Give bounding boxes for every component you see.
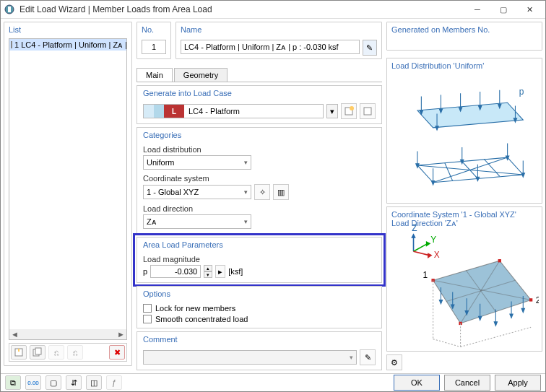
footer-icon-details[interactable]: ⧉ xyxy=(5,375,21,390)
svg-marker-39 xyxy=(476,177,479,180)
options-title: Options xyxy=(137,287,381,300)
diagram-coordinate-system: Coordinate System '1 - Global XYZ' Load … xyxy=(386,206,542,352)
area-load-parameters-panel: Area Load Parameters Load magnitude p ▴▾… xyxy=(136,237,382,283)
footer-icon-6[interactable]: ƒ xyxy=(106,375,122,390)
list-title: List xyxy=(4,22,131,35)
svg-rect-1 xyxy=(8,6,11,12)
svg-marker-58 xyxy=(529,298,532,301)
svg-line-78 xyxy=(433,339,461,347)
app-icon xyxy=(4,4,15,15)
tab-main[interactable]: Main xyxy=(136,68,173,82)
list-item-label: LC4 - Platform | Uniform | Zᴀ | p : -0.0… xyxy=(21,40,127,50)
new-icon[interactable] xyxy=(11,345,27,360)
comment-input[interactable]: ▾ xyxy=(143,350,357,365)
list-item[interactable]: 1 LC4 - Platform | Uniform | Zᴀ | p : -0… xyxy=(9,39,126,51)
param-symbol: p xyxy=(143,267,147,276)
svg-marker-75 xyxy=(521,308,524,312)
maximize-button[interactable]: ▢ xyxy=(490,1,516,18)
spin-down-icon[interactable]: ▾ xyxy=(204,271,212,278)
minimize-button[interactable]: ─ xyxy=(464,1,490,18)
dist-select[interactable]: Uniform▾ xyxy=(143,155,251,170)
footer-icon-4[interactable]: ⇵ xyxy=(66,375,82,390)
svg-marker-43 xyxy=(411,233,416,238)
coord-select[interactable]: 1 - Global XYZ▾ xyxy=(143,185,251,199)
toolbar-icon-3[interactable]: ⎌ xyxy=(48,345,64,360)
no-title: No. xyxy=(137,22,170,35)
close-button[interactable]: ✕ xyxy=(516,1,542,18)
delete-icon[interactable]: ✖ xyxy=(109,345,125,360)
coord-lib-icon[interactable]: ▥ xyxy=(273,184,289,200)
loadcase-select[interactable]: L LC4 - Platform xyxy=(143,104,324,118)
loadcase-lib-icon[interactable] xyxy=(360,103,376,119)
name-input[interactable] xyxy=(181,40,360,54)
generated-title: Generated on Members No. xyxy=(387,22,542,35)
comment-edit-icon[interactable]: ✎ xyxy=(360,349,376,365)
dir-value: Zᴀ xyxy=(147,217,157,227)
apply-button[interactable]: Apply xyxy=(495,375,541,391)
list-box[interactable]: 1 LC4 - Platform | Uniform | Zᴀ | p : -0… xyxy=(9,38,127,340)
smooth-checkbox[interactable]: Smooth concentrated load xyxy=(143,315,376,323)
svg-text:1: 1 xyxy=(423,270,428,280)
dist-value: Uniform xyxy=(147,158,175,167)
tabs: Main Geometry xyxy=(136,68,382,82)
svg-line-45 xyxy=(414,243,428,251)
svg-marker-41 xyxy=(431,181,434,185)
svg-line-79 xyxy=(461,327,532,347)
no-input[interactable] xyxy=(142,40,166,54)
loadcase-badge: L xyxy=(164,105,184,118)
svg-text:Z: Z xyxy=(412,223,417,233)
list-item-index: 1 xyxy=(14,40,19,49)
ok-button[interactable]: OK xyxy=(394,375,440,391)
svg-line-29 xyxy=(484,159,500,176)
footer-icon-5[interactable]: ◫ xyxy=(86,375,102,390)
svg-marker-37 xyxy=(521,173,524,177)
svg-marker-20 xyxy=(514,118,516,122)
smooth-label: Smooth concentrated load xyxy=(155,315,248,323)
footer-icon-units[interactable]: 0.00 xyxy=(25,375,41,390)
svg-line-48 xyxy=(414,251,430,255)
titlebar: Edit Load Wizard | Member Loads from Are… xyxy=(1,1,545,19)
svg-rect-7 xyxy=(364,108,371,115)
svg-marker-71 xyxy=(494,321,497,325)
svg-text:Y: Y xyxy=(430,235,436,245)
svg-marker-49 xyxy=(428,253,433,258)
window-title: Edit Load Wizard | Member Loads from Are… xyxy=(20,4,464,14)
svg-text:2: 2 xyxy=(536,295,539,305)
edit-name-icon[interactable]: ✎ xyxy=(363,40,377,56)
coord-new-icon[interactable]: ✧ xyxy=(254,184,270,200)
svg-point-6 xyxy=(350,106,354,110)
svg-text:X: X xyxy=(434,249,440,259)
list-scrollbar[interactable]: ◄► xyxy=(9,329,126,339)
svg-marker-63 xyxy=(439,300,442,303)
svg-rect-4 xyxy=(35,348,41,354)
magnitude-input[interactable] xyxy=(150,265,201,278)
svg-marker-8 xyxy=(417,103,523,128)
coord-value: 1 - Global XYZ xyxy=(147,188,199,196)
lock-checkbox[interactable]: Lock for new members xyxy=(143,304,376,313)
list-item-checkbox[interactable] xyxy=(11,41,12,48)
diagram-load-distribution: Load Distribution 'Uniform' xyxy=(386,58,542,204)
footer-icon-3[interactable]: ▢ xyxy=(46,375,61,390)
diagram-options-icon[interactable]: ⚙ xyxy=(386,354,402,370)
tab-geometry[interactable]: Geometry xyxy=(174,68,228,82)
mag-label: Load magnitude xyxy=(143,255,376,263)
copy-icon[interactable] xyxy=(30,345,46,360)
svg-marker-60 xyxy=(498,259,501,262)
toolbar-icon-4[interactable]: ⎌ xyxy=(67,345,83,360)
loadcase-dropdown-icon[interactable]: ▾ xyxy=(326,104,338,118)
dist-label: Load distribution xyxy=(143,145,376,154)
magnitude-picker-icon[interactable]: ▸ xyxy=(215,265,225,278)
svg-line-27 xyxy=(462,162,478,179)
param-unit: [ksf] xyxy=(228,267,243,276)
cancel-button[interactable]: Cancel xyxy=(444,375,490,391)
params-title: Area Load Parameters xyxy=(137,238,381,251)
svg-marker-73 xyxy=(510,313,513,317)
name-title: Name xyxy=(176,22,381,35)
dir-select[interactable]: Zᴀ▾ xyxy=(143,214,251,229)
loadcase-title: Generate into Load Case xyxy=(137,86,381,99)
spin-up-icon[interactable]: ▴ xyxy=(204,265,212,271)
svg-marker-69 xyxy=(479,316,482,320)
loadcase-new-icon[interactable] xyxy=(341,103,357,119)
dir-label: Load direction xyxy=(143,204,376,213)
loadcase-text: LC4 - Platform xyxy=(184,107,244,116)
